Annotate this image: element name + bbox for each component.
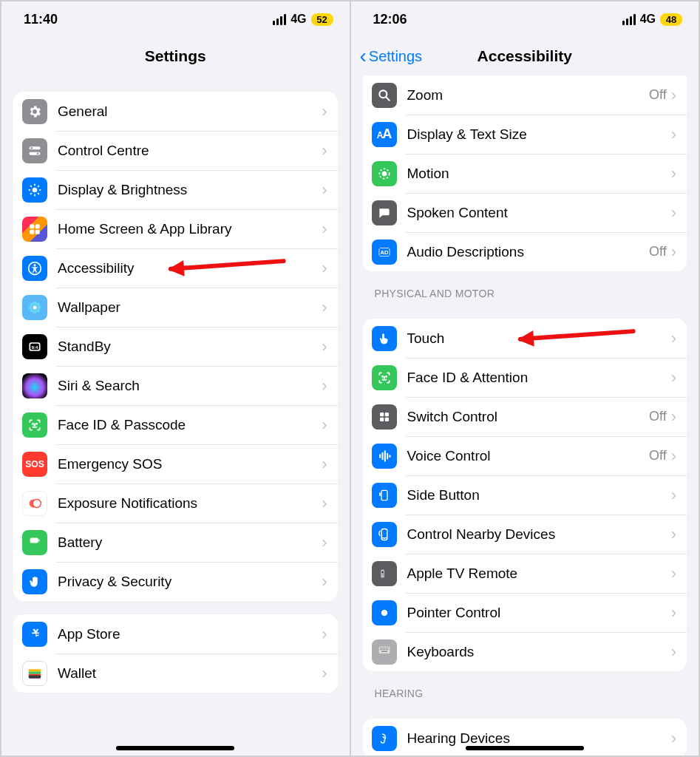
svg-text:9:4: 9:4 <box>32 344 38 349</box>
zoom-icon <box>372 83 397 108</box>
settings-row-standby[interactable]: 9:4StandBy› <box>13 327 338 366</box>
settings-row-control-centre[interactable]: Control Centre› <box>13 131 338 170</box>
ear-icon <box>372 726 397 751</box>
exposure-icon <box>22 491 47 516</box>
chevron-right-icon: › <box>322 494 327 513</box>
row-label: Wallpaper <box>58 299 322 316</box>
settings-row-home-screen-app-library[interactable]: Home Screen & App Library› <box>13 209 338 248</box>
svg-point-44 <box>382 172 386 175</box>
row-label: Wallet <box>58 665 322 682</box>
settings-row-switch-control[interactable]: Switch ControlOff› <box>363 397 687 436</box>
svg-rect-15 <box>30 229 34 234</box>
svg-line-42 <box>386 97 389 100</box>
settings-group: ZoomOff›AADisplay & Text Size›Motion›Spo… <box>363 75 687 271</box>
row-label: Control Nearby Devices <box>407 526 671 543</box>
chevron-right-icon: › <box>671 86 676 105</box>
svg-point-63 <box>383 574 384 575</box>
row-label: Emergency SOS <box>58 456 322 472</box>
settings-row-pointer-control[interactable]: Pointer Control› <box>363 593 687 632</box>
settings-row-display-brightness[interactable]: Display & Brightness› <box>13 170 338 209</box>
home-indicator[interactable] <box>466 746 584 750</box>
textsize-icon: AA <box>372 122 397 147</box>
chevron-right-icon: › <box>671 368 676 387</box>
home-grid-icon <box>22 217 47 242</box>
settings-row-general[interactable]: General› <box>13 92 338 131</box>
row-label: Home Screen & App Library <box>58 221 322 237</box>
caption-icon: AD <box>372 240 397 265</box>
svg-rect-37 <box>29 669 41 671</box>
settings-row-spoken-content[interactable]: Spoken Content› <box>363 193 687 232</box>
chevron-right-icon: › <box>671 447 676 466</box>
settings-row-zoom[interactable]: ZoomOff› <box>363 75 687 115</box>
settings-row-siri-search[interactable]: Siri & Search› <box>13 366 338 405</box>
svg-line-10 <box>38 193 39 194</box>
svg-point-32 <box>36 423 37 424</box>
settings-row-voice-control[interactable]: Voice ControlOff› <box>363 436 687 475</box>
row-label: Voice Control <box>407 448 649 464</box>
svg-rect-74 <box>383 649 384 650</box>
svg-point-61 <box>381 571 384 573</box>
settings-row-wallpaper[interactable]: Wallpaper› <box>13 288 338 327</box>
settings-row-exposure-notifications[interactable]: Exposure Notifications› <box>13 483 338 523</box>
settings-row-accessibility[interactable]: Accessibility› <box>13 248 338 288</box>
chevron-right-icon: › <box>671 486 676 505</box>
row-label: Side Button <box>407 487 671 503</box>
brightness-icon <box>22 177 47 203</box>
clock-icon: 9:4 <box>22 334 47 359</box>
speech-icon <box>372 200 397 225</box>
settings-row-emergency-sos[interactable]: SOSEmergency SOS› <box>13 444 338 483</box>
chevron-right-icon: › <box>322 102 327 121</box>
settings-list[interactable]: General›Control Centre›Display & Brightn… <box>1 75 350 756</box>
settings-row-face-id-passcode[interactable]: Face ID & Passcode› <box>13 405 338 444</box>
chevron-right-icon: › <box>322 625 327 644</box>
row-label: Zoom <box>407 87 649 103</box>
settings-row-display-text-size[interactable]: AADisplay & Text Size› <box>363 115 687 154</box>
svg-point-25 <box>36 302 40 306</box>
settings-row-touch[interactable]: Touch› <box>363 319 687 358</box>
chevron-right-icon: › <box>671 164 676 183</box>
settings-row-wallet[interactable]: Wallet› <box>13 654 338 693</box>
settings-row-control-nearby-devices[interactable]: Control Nearby Devices› <box>363 515 687 554</box>
svg-rect-69 <box>384 648 385 648</box>
svg-point-48 <box>385 376 386 376</box>
accessibility-list[interactable]: ZoomOff›AADisplay & Text Size›Motion›Spo… <box>351 75 699 756</box>
settings-row-audio-descriptions[interactable]: ADAudio DescriptionsOff› <box>363 232 687 271</box>
settings-screen: 11:40 4G 52 Settings General›Control Cen… <box>1 1 350 756</box>
accessibility-screen: 12:06 4G 48 ‹ Settings Accessibility Zoo… <box>351 1 699 756</box>
sos-icon: SOS <box>22 452 47 477</box>
network-type: 4G <box>290 13 306 26</box>
section-header: HEARING <box>363 671 687 705</box>
svg-line-11 <box>30 193 32 194</box>
row-value: Off <box>649 409 667 424</box>
battery-badge: 52 <box>311 13 333 26</box>
svg-rect-75 <box>384 649 385 650</box>
row-label: Switch Control <box>407 409 649 425</box>
row-label: Hearing Devices <box>407 730 671 747</box>
settings-row-motion[interactable]: Motion› <box>363 154 687 193</box>
settings-row-app-store[interactable]: App Store› <box>13 614 338 654</box>
status-time: 12:06 <box>373 12 407 27</box>
svg-point-47 <box>381 376 382 376</box>
svg-point-19 <box>33 305 37 309</box>
settings-row-privacy-security[interactable]: Privacy & Security› <box>13 562 338 601</box>
settings-row-face-id-attention[interactable]: Face ID & Attention› <box>363 358 687 397</box>
settings-row-keyboards[interactable]: Keyboards› <box>363 632 687 671</box>
settings-row-side-button[interactable]: Side Button› <box>363 475 687 515</box>
status-bar: 12:06 4G 48 <box>351 1 699 37</box>
settings-row-battery[interactable]: Battery› <box>13 523 338 562</box>
row-label: General <box>58 103 322 120</box>
chevron-right-icon: › <box>671 564 676 583</box>
row-label: Display & Text Size <box>407 126 671 143</box>
settings-group: App Store›Wallet› <box>13 614 338 693</box>
chevron-right-icon: › <box>322 141 327 160</box>
settings-row-apple-tv-remote[interactable]: Apple TV Remote› <box>363 554 687 593</box>
home-indicator[interactable] <box>116 746 234 750</box>
row-label: Pointer Control <box>407 605 671 621</box>
back-label: Settings <box>369 48 422 65</box>
chevron-right-icon: › <box>322 455 327 474</box>
chevron-right-icon: › <box>671 729 676 748</box>
gear-icon <box>22 99 47 124</box>
svg-point-24 <box>30 302 33 306</box>
back-button[interactable]: ‹ Settings <box>360 46 423 67</box>
svg-rect-14 <box>35 224 40 228</box>
